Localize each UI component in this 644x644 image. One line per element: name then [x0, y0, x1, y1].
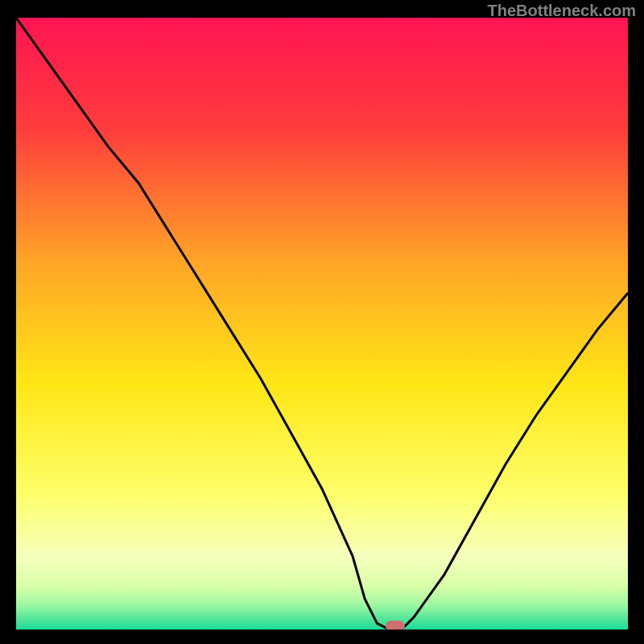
chart-frame: TheBottleneck.com — [0, 0, 644, 644]
gradient-background — [16, 18, 628, 630]
optimal-point-marker — [386, 621, 405, 630]
plot-area — [16, 18, 628, 630]
watermark-text: TheBottleneck.com — [488, 2, 636, 20]
plot-outer — [16, 18, 628, 630]
chart-svg — [16, 18, 628, 630]
